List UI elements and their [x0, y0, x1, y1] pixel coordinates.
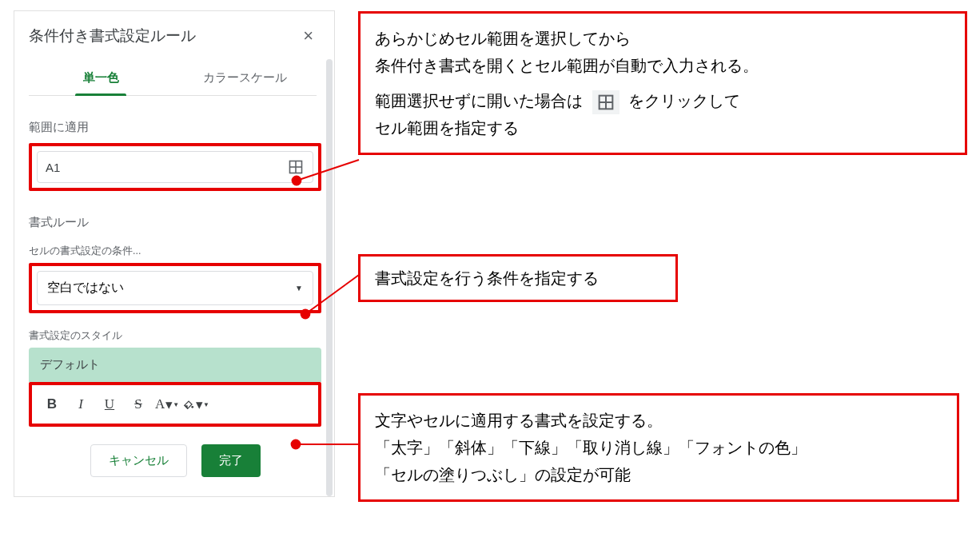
format-toolbar: B I U S A▾▼ ▾▼	[34, 387, 317, 422]
annotation-text: 文字やセルに適用する書式を設定する。	[375, 407, 942, 434]
condition-sublabel: セルの書式設定の条件...	[29, 245, 321, 258]
scrollbar[interactable]	[326, 59, 333, 496]
tab-color-scale[interactable]: カラースケール	[173, 59, 317, 95]
panel-title: 条件付き書式設定ルール	[29, 26, 196, 46]
done-button[interactable]: 完了	[201, 444, 261, 477]
text-color-button[interactable]: A▾▼	[153, 393, 181, 416]
close-icon[interactable]: ×	[298, 24, 318, 48]
annotation-text: 「太字」「斜体」「下線」「取り消し線」「フォントの色」	[375, 434, 942, 461]
annotation-text: セル範囲を指定する	[375, 114, 950, 141]
annotation-text: 書式設定を行う条件を指定する	[375, 269, 599, 287]
range-input[interactable]	[46, 161, 281, 174]
condition-value: 空白ではない	[47, 280, 124, 296]
conditional-format-panel: 条件付き書式設定ルール × 単一色 カラースケール 範囲に適用	[14, 11, 334, 496]
paint-bucket-icon	[182, 397, 195, 412]
italic-button[interactable]: I	[67, 393, 94, 416]
highlight-condition: 空白ではない ▼	[29, 263, 321, 313]
annotation-text: 範囲選択せずに開いた場合は をクリックして	[375, 87, 950, 114]
footer: キャンセル 完了	[29, 427, 321, 482]
style-preview[interactable]: デフォルト	[29, 348, 321, 382]
select-range-icon	[592, 90, 619, 114]
fill-color-button[interactable]: ▾▼	[182, 393, 209, 416]
highlight-range	[29, 143, 321, 191]
cancel-button[interactable]: キャンセル	[90, 444, 187, 477]
bold-button[interactable]: B	[38, 393, 66, 416]
svg-point-3	[191, 406, 193, 408]
panel-header: 条件付き書式設定ルール ×	[14, 11, 334, 59]
underline-button[interactable]: U	[96, 393, 123, 416]
strikethrough-button[interactable]: S	[125, 393, 152, 416]
tab-single-color[interactable]: 単一色	[29, 59, 173, 95]
annotation-style: 文字やセルに適用する書式を設定する。 「太字」「斜体」「下線」「取り消し線」「フ…	[358, 393, 959, 502]
panel-body: 単一色 カラースケール 範囲に適用 書式ルール セルの書式設定の条件...	[14, 59, 334, 496]
annotation-condition: 書式設定を行う条件を指定する	[358, 254, 678, 302]
annotation-text: 条件付き書式を開くとセル範囲が自動で入力される。	[375, 52, 950, 79]
tabs: 単一色 カラースケール	[29, 59, 317, 96]
annotation-range: あらかじめセル範囲を選択してから 条件付き書式を開くとセル範囲が自動で入力される…	[358, 11, 967, 155]
range-row	[37, 151, 313, 183]
select-range-icon[interactable]	[287, 158, 305, 176]
annotation-text: 「セルの塗りつぶし」の設定が可能	[375, 461, 942, 488]
style-label: 書式設定のスタイル	[29, 329, 321, 343]
highlight-toolbar: B I U S A▾▼ ▾▼	[29, 382, 321, 427]
annotation-text: あらかじめセル範囲を選択してから	[375, 25, 950, 52]
condition-select[interactable]: 空白ではない ▼	[37, 271, 313, 305]
rules-label: 書式ルール	[29, 215, 321, 230]
range-label: 範囲に適用	[29, 120, 321, 135]
chevron-down-icon: ▼	[295, 284, 303, 292]
